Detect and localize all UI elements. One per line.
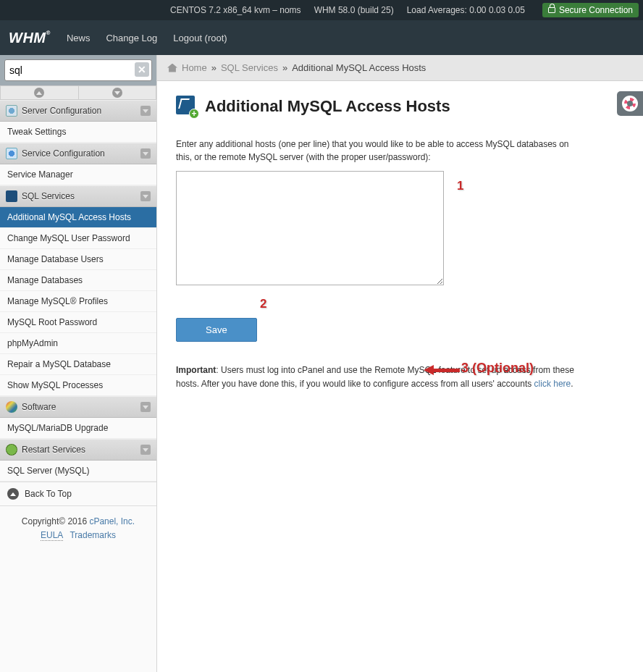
breadcrumb-current: Additional MySQL Access Hosts xyxy=(292,62,426,73)
nav-up-button[interactable] xyxy=(0,85,79,100)
important-note: Important: Users must log into cPanel an… xyxy=(176,364,581,390)
whm-logo[interactable]: WHM® xyxy=(9,30,51,46)
sidebar-item-repair-mysql[interactable]: Repair a MySQL Database xyxy=(0,354,156,375)
sidebar-item-change-mysql-password[interactable]: Change MySQL User Password xyxy=(0,228,156,249)
trademarks-link[interactable]: Trademarks xyxy=(70,530,116,540)
clear-search-button[interactable]: ✕ xyxy=(135,62,149,77)
chevron-up-icon xyxy=(34,88,44,98)
whm-version: WHM 58.0 (build 25) xyxy=(314,5,394,15)
page-title: Additional MySQL Access Hosts xyxy=(205,97,450,116)
load-averages: Load Averages: 0.00 0.03 0.05 xyxy=(407,5,525,15)
lifering-icon xyxy=(622,96,638,112)
nav-change-log[interactable]: Change Log xyxy=(106,33,157,43)
chevron-down-icon xyxy=(140,191,151,201)
sidebar-item-show-mysql-processes[interactable]: Show MySQL Processes xyxy=(0,375,156,396)
category-service-configuration[interactable]: Service Configuration xyxy=(0,143,156,164)
sidebar-item-additional-mysql-hosts[interactable]: Additional MySQL Access Hosts xyxy=(0,207,156,228)
arrow-up-icon xyxy=(7,488,19,500)
sidebar-item-phpmyadmin[interactable]: phpMyAdmin xyxy=(0,333,156,354)
os-info: CENTOS 7.2 x86_64 kvm – noms xyxy=(170,5,301,15)
category-server-configuration[interactable]: Server Configuration xyxy=(0,100,156,122)
nav-arrows xyxy=(0,85,156,100)
search-input[interactable] xyxy=(4,59,152,81)
sidebar-item-service-manager[interactable]: Service Manager xyxy=(0,164,156,185)
content-area: Home » SQL Services » Additional MySQL A… xyxy=(157,55,643,672)
nav-logout[interactable]: Logout (root) xyxy=(173,33,227,43)
chevron-down-icon xyxy=(140,445,151,455)
lock-icon xyxy=(548,7,555,13)
chevron-down-icon xyxy=(112,88,122,98)
hosts-textarea[interactable] xyxy=(176,171,444,285)
main-navbar: WHM® News Change Log Logout (root) xyxy=(0,20,643,55)
cpanel-link[interactable]: cPanel, Inc. xyxy=(89,516,135,526)
breadcrumb: Home » SQL Services » Additional MySQL A… xyxy=(157,55,643,81)
secure-connection-badge: Secure Connection xyxy=(542,3,639,17)
important-label: Important xyxy=(176,365,216,375)
main-panel: + Additional MySQL Access Hosts Enter an… xyxy=(157,81,643,405)
breadcrumb-sql-services[interactable]: SQL Services xyxy=(221,62,278,73)
database-icon xyxy=(6,190,17,202)
click-here-link[interactable]: click here xyxy=(534,379,571,389)
sidebar-item-manage-databases[interactable]: Manage Databases xyxy=(0,270,156,291)
sidebar-item-mysql-upgrade[interactable]: MySQL/MariaDB Upgrade xyxy=(0,418,156,439)
back-to-top-button[interactable]: Back To Top xyxy=(0,482,156,506)
eula-link[interactable]: EULA xyxy=(41,530,63,541)
annotation-1: 1 xyxy=(457,179,463,193)
chevron-down-icon xyxy=(140,148,151,159)
nav-down-button[interactable] xyxy=(79,85,157,100)
category-sql-services[interactable]: SQL Services xyxy=(0,185,156,207)
sidebar: ✕ Server Configuration Tweak Settings Se… xyxy=(0,55,157,672)
software-icon xyxy=(6,401,17,413)
page-title-icon: + xyxy=(176,96,198,117)
category-software[interactable]: Software xyxy=(0,396,156,418)
sidebar-footer: Copyright© 2016 cPanel, Inc. EULA Tradem… xyxy=(0,506,156,551)
sidebar-item-manage-mysql-profiles[interactable]: Manage MySQL® Profiles xyxy=(0,291,156,312)
top-status-bar: CENTOS 7.2 x86_64 kvm – noms WHM 58.0 (b… xyxy=(0,0,643,20)
gear-icon xyxy=(6,105,17,117)
restart-icon xyxy=(6,444,17,455)
chevron-down-icon xyxy=(140,106,151,116)
save-button[interactable]: Save xyxy=(176,318,257,342)
breadcrumb-home[interactable]: Home xyxy=(182,62,207,73)
sidebar-item-mysql-root-password[interactable]: MySQL Root Password xyxy=(0,312,156,333)
nav-news[interactable]: News xyxy=(67,33,91,43)
gear-icon xyxy=(6,148,17,159)
help-button[interactable] xyxy=(617,91,643,116)
search-container: ✕ xyxy=(0,55,156,85)
home-icon xyxy=(167,64,177,72)
sidebar-item-manage-db-users[interactable]: Manage Database Users xyxy=(0,249,156,270)
chevron-down-icon xyxy=(140,402,151,412)
sidebar-item-tweak-settings[interactable]: Tweak Settings xyxy=(0,122,156,143)
sidebar-item-sql-server[interactable]: SQL Server (MySQL) xyxy=(0,461,156,482)
page-description: Enter any additional hosts (one per line… xyxy=(176,138,581,164)
category-restart-services[interactable]: Restart Services xyxy=(0,439,156,461)
